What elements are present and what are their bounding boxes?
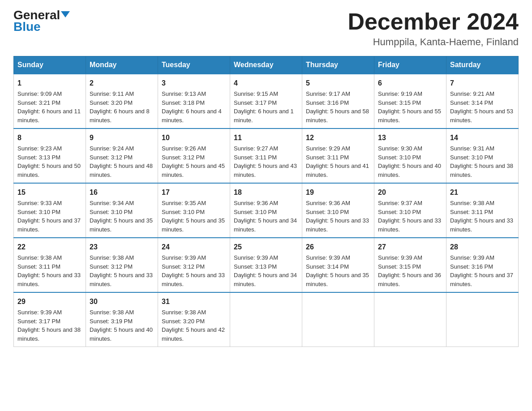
day-sunrise: Sunrise: 9:39 AM	[162, 254, 206, 261]
logo-triangle-icon	[61, 11, 70, 17]
day-sunset: Sunset: 3:10 PM	[450, 154, 493, 161]
table-row: 2 Sunrise: 9:11 AM Sunset: 3:20 PM Dayli…	[86, 74, 158, 128]
day-sunset: Sunset: 3:18 PM	[162, 99, 205, 106]
calendar-header-row: Sunday Monday Tuesday Wednesday Thursday…	[14, 56, 519, 74]
day-daylight: Daylight: 5 hours and 35 minutes.	[90, 217, 153, 233]
table-row: 8 Sunrise: 9:23 AM Sunset: 3:13 PM Dayli…	[14, 128, 86, 183]
table-row: 11 Sunrise: 9:27 AM Sunset: 3:11 PM Dayl…	[230, 128, 302, 183]
day-sunset: Sunset: 3:20 PM	[162, 318, 205, 325]
location-title: Humppila, Kanta-Haeme, Finland	[348, 36, 519, 48]
day-sunrise: Sunrise: 9:26 AM	[162, 145, 206, 152]
day-daylight: Daylight: 5 hours and 37 minutes.	[17, 217, 81, 233]
day-number: 14	[450, 133, 515, 143]
table-row: 10 Sunrise: 9:26 AM Sunset: 3:12 PM Dayl…	[158, 128, 230, 183]
day-daylight: Daylight: 6 hours and 8 minutes.	[90, 108, 150, 124]
day-daylight: Daylight: 5 hours and 33 minutes.	[306, 217, 369, 233]
day-number: 1	[17, 78, 82, 89]
day-number: 31	[162, 296, 226, 307]
day-daylight: Daylight: 5 hours and 40 minutes.	[90, 326, 153, 342]
table-row: 6 Sunrise: 9:19 AM Sunset: 3:15 PM Dayli…	[374, 74, 446, 128]
title-area: December 2024 Humppila, Kanta-Haeme, Fin…	[348, 9, 519, 48]
day-number: 20	[378, 187, 442, 198]
day-sunrise: Sunrise: 9:30 AM	[378, 145, 422, 152]
day-sunrise: Sunrise: 9:24 AM	[90, 145, 134, 152]
day-sunrise: Sunrise: 9:38 AM	[450, 200, 494, 206]
day-sunset: Sunset: 3:10 PM	[162, 209, 205, 215]
day-number: 2	[90, 78, 154, 89]
day-number: 24	[162, 242, 226, 253]
day-daylight: Daylight: 5 hours and 33 minutes.	[90, 272, 153, 287]
day-sunrise: Sunrise: 9:29 AM	[306, 145, 350, 152]
calendar-table: Sunday Monday Tuesday Wednesday Thursday…	[13, 56, 519, 347]
day-daylight: Daylight: 5 hours and 38 minutes.	[450, 163, 513, 178]
day-daylight: Daylight: 5 hours and 34 minutes.	[234, 272, 297, 287]
day-daylight: Daylight: 5 hours and 42 minutes.	[162, 326, 225, 342]
table-row: 26 Sunrise: 9:39 AM Sunset: 3:14 PM Dayl…	[302, 238, 374, 292]
day-daylight: Daylight: 6 hours and 11 minutes.	[17, 108, 81, 124]
day-sunrise: Sunrise: 9:19 AM	[378, 90, 422, 97]
table-row: 15 Sunrise: 9:33 AM Sunset: 3:10 PM Dayl…	[14, 183, 86, 238]
day-sunset: Sunset: 3:16 PM	[450, 263, 493, 270]
day-daylight: Daylight: 5 hours and 38 minutes.	[17, 326, 81, 342]
table-row: 25 Sunrise: 9:39 AM Sunset: 3:13 PM Dayl…	[230, 238, 302, 292]
day-sunrise: Sunrise: 9:38 AM	[90, 309, 134, 316]
day-daylight: Daylight: 5 hours and 33 minutes.	[162, 272, 225, 287]
table-row: 28 Sunrise: 9:39 AM Sunset: 3:16 PM Dayl…	[446, 238, 519, 292]
day-number: 30	[90, 296, 154, 307]
day-sunset: Sunset: 3:11 PM	[234, 154, 277, 161]
day-sunrise: Sunrise: 9:38 AM	[17, 254, 62, 261]
table-row: 1 Sunrise: 9:09 AM Sunset: 3:21 PM Dayli…	[14, 74, 86, 128]
day-number: 27	[378, 242, 442, 253]
table-row: 3 Sunrise: 9:13 AM Sunset: 3:18 PM Dayli…	[158, 74, 230, 128]
logo-text-blue: Blue	[13, 20, 41, 34]
table-row: 24 Sunrise: 9:39 AM Sunset: 3:12 PM Dayl…	[158, 238, 230, 292]
day-number: 12	[306, 133, 370, 143]
table-row	[302, 292, 374, 347]
table-row	[446, 292, 519, 347]
table-row: 17 Sunrise: 9:35 AM Sunset: 3:10 PM Dayl…	[158, 183, 230, 238]
day-daylight: Daylight: 5 hours and 41 minutes.	[306, 163, 369, 178]
col-tuesday: Tuesday	[158, 56, 230, 74]
day-sunrise: Sunrise: 9:09 AM	[17, 90, 62, 97]
day-number: 29	[17, 296, 82, 307]
day-number: 25	[234, 242, 298, 253]
day-daylight: Daylight: 5 hours and 55 minutes.	[378, 108, 441, 124]
day-number: 19	[306, 187, 370, 198]
day-sunrise: Sunrise: 9:36 AM	[306, 200, 350, 206]
table-row	[374, 292, 446, 347]
day-daylight: Daylight: 5 hours and 50 minutes.	[17, 163, 81, 178]
day-sunset: Sunset: 3:10 PM	[234, 209, 277, 215]
day-sunset: Sunset: 3:10 PM	[306, 209, 349, 215]
day-number: 22	[17, 242, 82, 253]
day-number: 18	[234, 187, 298, 198]
day-sunrise: Sunrise: 9:15 AM	[234, 90, 278, 97]
day-sunset: Sunset: 3:11 PM	[306, 154, 349, 161]
table-row: 18 Sunrise: 9:36 AM Sunset: 3:10 PM Dayl…	[230, 183, 302, 238]
day-sunset: Sunset: 3:11 PM	[450, 209, 493, 215]
col-saturday: Saturday	[446, 56, 519, 74]
day-daylight: Daylight: 6 hours and 1 minute.	[234, 108, 294, 124]
day-number: 6	[378, 78, 442, 89]
calendar-week-row: 15 Sunrise: 9:33 AM Sunset: 3:10 PM Dayl…	[14, 183, 519, 238]
day-number: 15	[17, 187, 82, 198]
day-number: 7	[450, 78, 515, 89]
day-daylight: Daylight: 5 hours and 35 minutes.	[162, 217, 225, 233]
day-number: 16	[90, 187, 154, 198]
day-sunrise: Sunrise: 9:39 AM	[450, 254, 494, 261]
col-sunday: Sunday	[14, 56, 86, 74]
day-daylight: Daylight: 5 hours and 35 minutes.	[306, 272, 369, 287]
day-sunset: Sunset: 3:10 PM	[17, 209, 60, 215]
day-daylight: Daylight: 5 hours and 37 minutes.	[450, 272, 513, 287]
day-number: 4	[234, 78, 298, 89]
day-sunset: Sunset: 3:20 PM	[90, 99, 133, 106]
table-row: 31 Sunrise: 9:38 AM Sunset: 3:20 PM Dayl…	[158, 292, 230, 347]
day-sunset: Sunset: 3:15 PM	[378, 99, 421, 106]
day-sunrise: Sunrise: 9:17 AM	[306, 90, 350, 97]
table-row: 19 Sunrise: 9:36 AM Sunset: 3:10 PM Dayl…	[302, 183, 374, 238]
table-row: 9 Sunrise: 9:24 AM Sunset: 3:12 PM Dayli…	[86, 128, 158, 183]
table-row: 7 Sunrise: 9:21 AM Sunset: 3:14 PM Dayli…	[446, 74, 519, 128]
day-number: 8	[17, 133, 82, 143]
day-sunset: Sunset: 3:17 PM	[17, 318, 60, 325]
logo-area: General Blue	[13, 9, 70, 34]
calendar-week-row: 8 Sunrise: 9:23 AM Sunset: 3:13 PM Dayli…	[14, 128, 519, 183]
